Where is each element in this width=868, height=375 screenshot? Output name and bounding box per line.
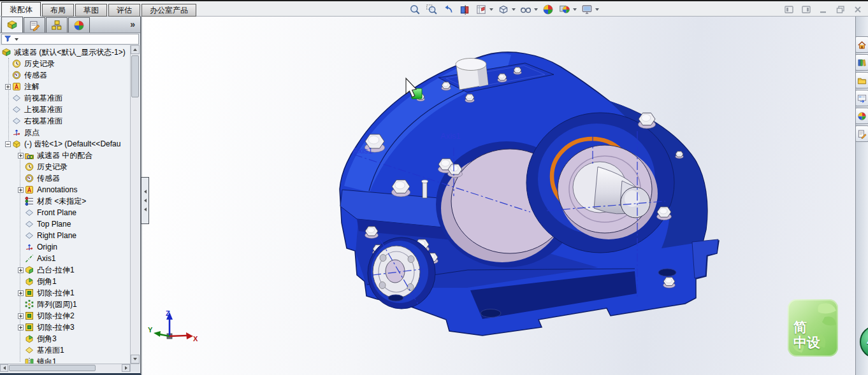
scroll-right-button[interactable]: [122, 364, 130, 372]
history-icon: [11, 59, 22, 69]
manager-tab-propertymanager[interactable]: [24, 17, 45, 32]
expand-plus-icon[interactable]: [18, 187, 24, 193]
plane1-tree-icon: [24, 345, 34, 355]
tree-item[interactable]: 右视基准面: [0, 115, 130, 127]
vertical-scroll-thumb[interactable]: [131, 55, 139, 97]
expander-slot: [17, 313, 24, 319]
toggle-right-pane-button[interactable]: [800, 4, 813, 15]
close-button[interactable]: [851, 4, 864, 15]
zoom-area-button[interactable]: [424, 3, 439, 17]
plane1-icon: [24, 345, 34, 355]
command-tab-评估[interactable]: 评估: [108, 4, 140, 17]
home-taskpane-button[interactable]: [855, 36, 868, 53]
previous-view-button[interactable]: [440, 3, 456, 17]
gearbox-model[interactable]: Axis1 Axis1: [340, 52, 719, 336]
tree-item[interactable]: 镜向1: [0, 356, 130, 364]
panel-splitter-handle[interactable]: [141, 177, 149, 224]
section-view-button[interactable]: [457, 3, 472, 17]
tree-item[interactable]: 减速器 (默认<默认_显示状态-1>): [0, 46, 130, 58]
custom-properties-taskpane-button[interactable]: [855, 125, 868, 142]
scroll-down-button[interactable]: [131, 355, 140, 364]
appearances-scenes-taskpane-button[interactable]: [855, 108, 868, 124]
minimize-button[interactable]: [817, 4, 830, 15]
annotations-icon: [24, 185, 34, 195]
axis1-annotation[interactable]: Axis1: [440, 131, 461, 141]
manager-tab-displaymanager[interactable]: [68, 17, 90, 32]
view-settings-dropdown-caret-icon[interactable]: [595, 8, 599, 11]
tree-item[interactable]: 传感器: [0, 173, 130, 184]
command-tab-装配体[interactable]: 装配体: [1, 2, 41, 17]
bolt-head-face: [368, 136, 379, 144]
tree-horizontal-scrollbar[interactable]: [0, 364, 130, 372]
zoom-fit-button[interactable]: [407, 3, 423, 17]
tree-item[interactable]: 切除-拉伸1: [0, 287, 130, 299]
tree-item[interactable]: Axis1: [0, 253, 130, 264]
tree-item[interactable]: Origin: [0, 241, 130, 253]
tree-item[interactable]: Annotations: [0, 184, 130, 195]
expand-plus-icon[interactable]: [18, 153, 24, 159]
view-settings-button[interactable]: [579, 3, 595, 17]
file-explorer-taskpane-button[interactable]: [855, 72, 868, 88]
assembly-tree-icon: [1, 47, 11, 57]
hide-show-items-button[interactable]: [518, 3, 533, 17]
tree-item[interactable]: Right Plane: [0, 230, 130, 241]
edit-appearance-button[interactable]: [540, 3, 556, 17]
tree-item[interactable]: Top Plane: [0, 218, 130, 230]
display-style-button[interactable]: [496, 3, 511, 17]
hide-show-items-dropdown-caret-icon[interactable]: [534, 8, 538, 11]
command-tab-办公室产品[interactable]: 办公室产品: [141, 4, 196, 17]
tree-item[interactable]: 倒角3: [0, 333, 130, 344]
tree-item[interactable]: 阵列(圆周)1: [0, 299, 130, 310]
expand-plus-icon[interactable]: [18, 325, 24, 330]
tree-item[interactable]: 注解: [0, 81, 130, 92]
tree-item-label: 上视基准面: [24, 104, 62, 115]
expander-slot: [17, 290, 24, 296]
tree-item[interactable]: 基准面1: [0, 344, 130, 356]
filter-dropdown-caret-icon[interactable]: [15, 38, 18, 41]
expand-plus-icon[interactable]: [18, 313, 24, 319]
scroll-up-button[interactable]: [131, 45, 140, 54]
toggle-left-pane-button[interactable]: [783, 4, 795, 15]
expand-plus-icon[interactable]: [18, 267, 24, 273]
tree-item[interactable]: 历史记录: [0, 161, 130, 173]
collapse-minus-icon[interactable]: [5, 141, 11, 147]
display-style-dropdown-caret-icon[interactable]: [512, 8, 516, 11]
view-orientation-button[interactable]: [474, 3, 489, 17]
plane-tree-icon: [24, 230, 34, 241]
apply-scene-button[interactable]: [557, 3, 572, 17]
design-library-taskpane-button[interactable]: [855, 54, 868, 71]
cut-extrude-tree-icon: [24, 322, 34, 332]
expand-plus-icon[interactable]: [5, 84, 11, 90]
tree-item[interactable]: 材质 <未指定>: [0, 195, 130, 207]
expand-plus-icon[interactable]: [18, 290, 24, 296]
command-tab-label: 草图: [83, 6, 99, 15]
tree-item[interactable]: 减速器 中的配合: [0, 150, 130, 161]
scroll-left-button[interactable]: [0, 364, 8, 372]
graphics-viewport[interactable]: Axis1 Axis1 Z X Y: [143, 17, 855, 375]
tree-vertical-scrollbar[interactable]: [130, 45, 140, 364]
tree-item[interactable]: 上视基准面: [0, 104, 130, 115]
view-orientation-dropdown-caret-icon[interactable]: [489, 8, 493, 11]
command-tab-草图[interactable]: 草图: [75, 4, 107, 17]
manager-tab-featuremanager[interactable]: [1, 17, 23, 32]
tree-item[interactable]: 传感器: [0, 69, 130, 81]
tree-item[interactable]: 切除-拉伸3: [0, 322, 130, 333]
tree-item[interactable]: 历史记录: [0, 58, 130, 69]
tree-item[interactable]: 凸台-拉伸1: [0, 264, 130, 276]
tree-filter-input[interactable]: [1, 34, 139, 45]
tree-item[interactable]: Front Plane: [0, 207, 130, 218]
tree-item[interactable]: 切除-拉伸2: [0, 310, 130, 322]
restore-button[interactable]: [834, 4, 847, 15]
tree-item[interactable]: 倒角1: [0, 276, 130, 287]
command-tab-布局[interactable]: 布局: [42, 4, 74, 17]
view-palette-taskpane-button[interactable]: [855, 90, 868, 106]
tree-item[interactable]: 原点: [0, 127, 130, 138]
apply-scene-dropdown-caret-icon[interactable]: [573, 8, 577, 11]
tree-item[interactable]: 前视基准面: [0, 92, 130, 104]
plane-icon: [11, 104, 22, 115]
manager-overflow-chevron[interactable]: »: [130, 19, 135, 29]
horizontal-scroll-thumb[interactable]: [9, 365, 96, 371]
axis1-annotation[interactable]: Axis1: [352, 146, 373, 155]
manager-tab-configurationmanager[interactable]: [46, 17, 68, 32]
tree-item[interactable]: (-) 齿轮<1> (Default<<Defau: [0, 138, 130, 150]
